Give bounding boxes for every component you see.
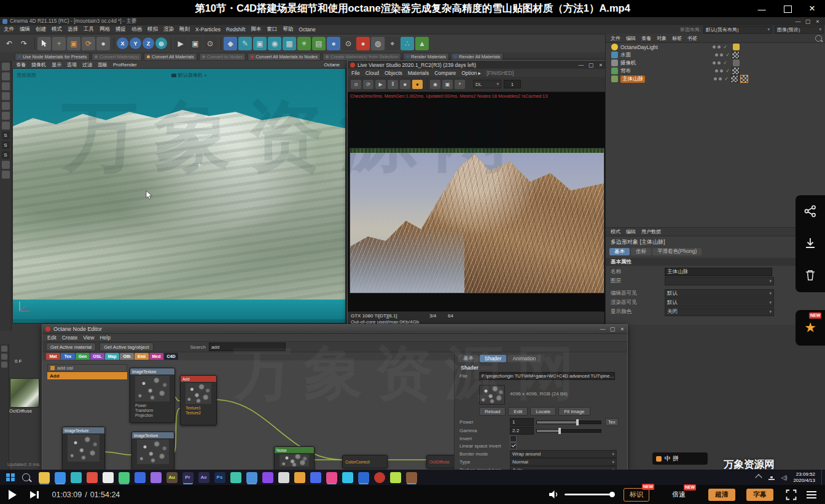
linear-space-invert-checkbox[interactable] [510, 443, 517, 449]
viewport-menu-camera[interactable]: 摄像机 [31, 61, 46, 68]
octane-render-icon[interactable]: ● [356, 37, 370, 50]
border-mode-dropdown[interactable]: Wrap around▾ [510, 450, 617, 458]
om-menu-view[interactable]: 查看 [641, 35, 651, 42]
z-axis-lock-button[interactable]: Z [143, 37, 154, 49]
lv-close-icon[interactable]: × [596, 61, 606, 69]
octane-area-light-icon[interactable]: ▤ [312, 37, 326, 50]
lv-settings-icon[interactable]: ⊙ [351, 80, 361, 89]
taskbar-icon-app-10[interactable] [294, 472, 305, 483]
viewport-menu-filter[interactable]: 过滤 [82, 61, 92, 68]
menu-help[interactable]: 帮助 [283, 26, 293, 33]
y-axis-lock-button[interactable]: Y [130, 37, 141, 49]
volume-slider[interactable] [565, 494, 612, 495]
attr-menu-userdata[interactable]: 用户数据 [641, 228, 661, 235]
om-menu-bookmarks[interactable]: 书签 [687, 35, 697, 42]
material-name-label[interactable]: OctDiffuse [9, 408, 32, 414]
x-axis-lock-button[interactable]: X [117, 37, 128, 49]
file-path-input[interactable]: F:\project\origin TUT\WM+gaea+WC+C4D adv… [479, 372, 615, 380]
taskbar-icon-premiere[interactable]: Pr [182, 472, 194, 483]
attr-menu-edit[interactable]: 编辑 [626, 228, 636, 235]
convert-all-materials-button[interactable]: Convert All Materials [144, 53, 197, 61]
lv-stop-icon[interactable]: ■ [400, 80, 410, 89]
camera-label[interactable]: 默认摄像机▾ [171, 72, 206, 79]
ne-maximize-icon[interactable]: ▢ [608, 325, 617, 333]
ne-minimize-icon[interactable]: — [598, 325, 608, 333]
move-tool-icon[interactable]: + [52, 37, 66, 50]
octane-scatter-icon[interactable]: ∴ [401, 37, 414, 50]
taskbar-clock[interactable]: 23:09:52 2020/4/13 [793, 471, 815, 484]
octane-settings-icon[interactable]: ⊙ [342, 37, 355, 50]
viewport-menu-view[interactable]: 查看 [16, 61, 26, 68]
prop-tab-animation[interactable]: Animation [507, 355, 541, 362]
node-editor-window[interactable]: Octane Node Editor — ▢ × Edit Create Vie… [42, 324, 628, 471]
show-desktop-button[interactable] [821, 470, 825, 485]
cat-map-tab[interactable]: Map [105, 353, 119, 360]
workspace-dropdown[interactable]: 默认(我有布局)▾ [703, 26, 772, 34]
camera-tag-icon[interactable] [733, 60, 740, 66]
snap-s3-icon[interactable]: S [2, 151, 10, 159]
viewport-menu-prorender[interactable]: ProRender [113, 62, 137, 68]
solo-mode-icon[interactable] [2, 171, 10, 179]
speed-control[interactable]: 倍速 NEW [667, 489, 691, 501]
om-menu-objects[interactable]: 对象 [657, 35, 667, 42]
taskbar-icon-app-7[interactable] [246, 472, 257, 483]
attr-layer-dropdown[interactable]: ▾ [665, 277, 774, 285]
menu-create[interactable]: 创建 [36, 26, 46, 33]
power-slider[interactable] [536, 421, 601, 424]
lv-picker-icon[interactable]: ⌖ [455, 80, 465, 89]
cat-gen-tab[interactable]: Gen [76, 353, 90, 360]
taskbar-search-icon[interactable] [22, 473, 30, 481]
enabled-check-icon[interactable]: ✓ [723, 44, 727, 50]
taskbar-icon-photoshop[interactable]: Ps [214, 472, 225, 483]
taskbar-icon-app-5[interactable] [151, 472, 162, 483]
get-active-material-button[interactable]: Get Active material [46, 343, 96, 351]
water-material-tag[interactable] [732, 51, 740, 59]
taskbar-icon-app-15[interactable] [406, 472, 417, 483]
tray-network-icon[interactable] [768, 475, 775, 480]
ne-menu-edit[interactable]: Edit [47, 335, 57, 341]
start-button[interactable] [6, 473, 15, 482]
attr-editor-visible-dropdown[interactable]: 默认▾ [665, 289, 774, 298]
lv-camera-icon[interactable]: ◉ [430, 80, 440, 89]
lv-lock-icon[interactable]: ● [412, 80, 423, 89]
object-row-backdrop[interactable]: 背布 ✓ [606, 67, 825, 75]
ne-menu-create[interactable]: Create [62, 335, 78, 341]
use-node-materials-button[interactable]: Use Node Materials for Presets [15, 53, 90, 61]
lv-play-icon[interactable]: ▶ [375, 80, 386, 89]
render-materials-button[interactable]: Render Materials [403, 53, 449, 61]
lv-menu-file[interactable]: File [351, 70, 360, 76]
get-active-tag-button[interactable]: Get Active tag/object [100, 343, 153, 351]
taskbar-icon-app-3[interactable] [103, 472, 114, 483]
object-row-camera[interactable]: 摄像机 ✓ [606, 59, 825, 67]
ne-menu-view[interactable]: View [83, 335, 94, 341]
last-tool-icon[interactable]: ● [96, 37, 110, 50]
gamma-slider[interactable] [536, 429, 601, 433]
mountain-material-tag-1[interactable] [730, 75, 738, 83]
quality-button[interactable]: 超清 [708, 489, 735, 501]
object-row-daylight[interactable]: OctaneDayLight ✓ [606, 43, 825, 51]
c4d-close-icon[interactable]: × [813, 18, 823, 25]
attr-display-color-dropdown[interactable]: 关闭▾ [665, 308, 774, 316]
type-dropdown[interactable]: Normal▾ [510, 458, 617, 466]
taskbar-icon-audition[interactable]: Au [166, 472, 178, 483]
node-colorcorrect[interactable]: ColorCorrect [342, 455, 388, 468]
mark-control[interactable]: 标识 NEW [624, 488, 649, 502]
viewport-menu-panel[interactable]: 面板 [98, 61, 108, 68]
menu-redshift[interactable]: Redshift [226, 26, 245, 33]
c4d-minimize-icon[interactable]: — [793, 18, 803, 25]
menu-snap[interactable]: 捕捉 [115, 26, 126, 33]
reload-button[interactable]: Reload [479, 407, 506, 416]
daylight-tag-icon[interactable] [733, 44, 740, 50]
rotate-tool-icon[interactable]: ⟳ [82, 37, 95, 50]
node-add[interactable]: Add Texture1 Texture2 [180, 375, 217, 425]
render-view-icon[interactable]: ▶ [174, 37, 187, 50]
lv-region-icon[interactable]: ▣ [442, 80, 453, 89]
menu-mesh[interactable]: 网格 [100, 26, 110, 33]
cat-emi-tab[interactable]: Emi [135, 353, 149, 360]
taskbar-icon-explorer[interactable] [39, 472, 50, 483]
cat-oth-tab[interactable]: Oth [120, 353, 134, 360]
om-search-icon[interactable] [815, 35, 822, 42]
coordinate-system-icon[interactable]: ◎ [155, 37, 167, 49]
cat-med-tab[interactable]: Med [149, 353, 163, 360]
axis-mode-icon[interactable] [2, 161, 10, 169]
